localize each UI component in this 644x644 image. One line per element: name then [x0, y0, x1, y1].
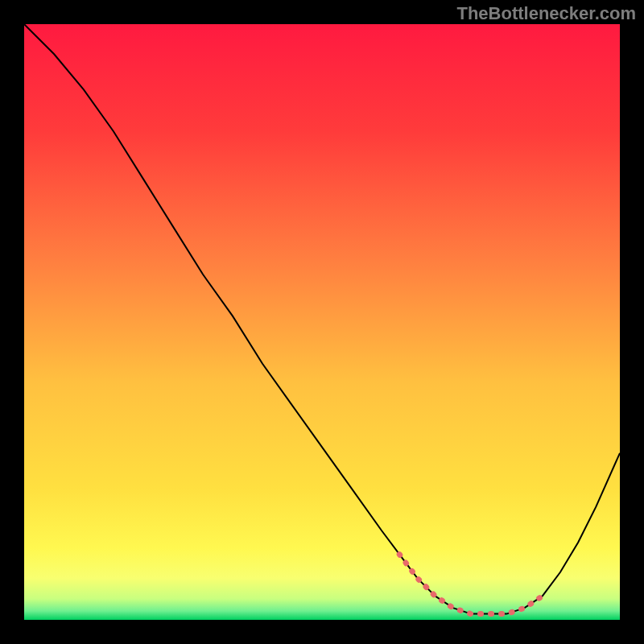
- bottleneck-chart: TheBottlenecker.com: [0, 0, 644, 644]
- gradient-background: [24, 24, 620, 620]
- attribution-watermark: TheBottlenecker.com: [456, 3, 636, 24]
- plot-svg: [24, 24, 620, 620]
